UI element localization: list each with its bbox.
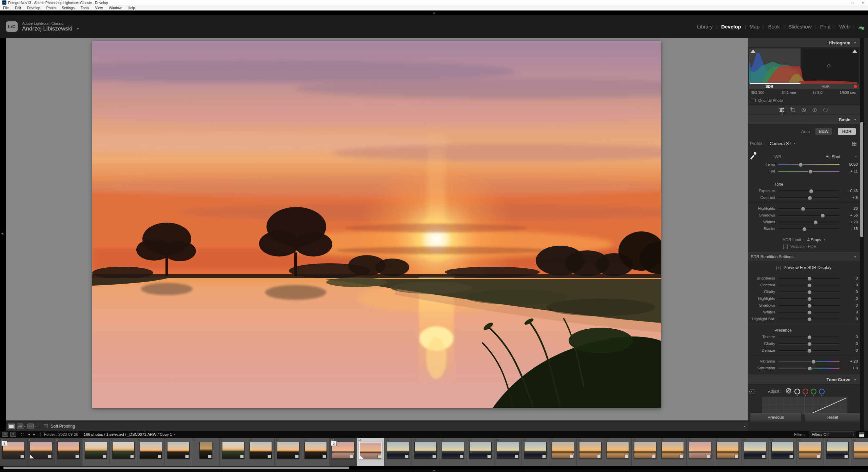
photo-thumbnail[interactable]	[57, 442, 80, 459]
photo-thumbnail[interactable]	[250, 442, 272, 459]
contrast-slider[interactable]	[778, 285, 840, 286]
filmstrip-cell-31[interactable]: 31	[824, 438, 851, 466]
photo-thumbnail[interactable]	[414, 442, 437, 459]
hdr-clipping-dot[interactable]	[854, 85, 857, 88]
filmstrip-cell-2[interactable]: 2	[27, 438, 55, 466]
before-after-lr-button[interactable]: RR	[17, 424, 23, 429]
photo-thumbnail[interactable]	[222, 442, 244, 459]
photo-thumbnail[interactable]	[552, 442, 574, 459]
menu-help[interactable]: Help	[124, 6, 138, 10]
filmstrip-cell-9[interactable]: 9	[220, 438, 247, 466]
highlight-clipping-indicator[interactable]	[852, 49, 857, 53]
blacks-slider[interactable]	[778, 228, 840, 229]
filmstrip-cell-11[interactable]: 11	[275, 438, 302, 466]
channel-green-icon[interactable]	[811, 389, 816, 394]
folder-breadcrumb[interactable]: Folder : 2023-09-20	[44, 432, 78, 436]
preview-sdr-checkbox[interactable]: ✓	[776, 266, 781, 270]
filmstrip-cell-4[interactable]: 4	[82, 438, 110, 466]
whites-slider-thumb[interactable]	[813, 220, 818, 225]
photo-thumbnail[interactable]	[442, 442, 464, 459]
tint-slider-thumb[interactable]	[808, 169, 813, 174]
saturation-slider-thumb[interactable]	[808, 366, 812, 371]
filmstrip-cell-10[interactable]: 10	[247, 438, 275, 466]
tone-curve-panel-header[interactable]: Tone Curve ▼	[748, 375, 860, 384]
second-window-button[interactable]: 2	[10, 432, 16, 437]
brightness-slider[interactable]	[778, 278, 840, 279]
sdr-settings-header[interactable]: SDR Rendition Settings ▼	[748, 252, 860, 261]
dehaze-slider-thumb[interactable]	[807, 349, 812, 353]
profile-browser-icon[interactable]	[852, 142, 856, 146]
selection-info-dropdown-icon[interactable]: ▾	[174, 433, 175, 436]
filmstrip-cell-22[interactable]: 22	[577, 438, 604, 466]
filmstrip-cell-3[interactable]: 3	[55, 438, 82, 466]
filmstrip-cell-12[interactable]: 12	[302, 438, 330, 466]
highlights-slider-thumb[interactable]	[807, 297, 812, 301]
edit-badge-icon[interactable]	[405, 455, 409, 458]
edit-badge-icon[interactable]	[515, 455, 518, 458]
module-library[interactable]: Library	[693, 24, 716, 29]
red-eye-icon[interactable]	[812, 107, 817, 112]
menu-file[interactable]: File	[0, 6, 12, 10]
filmstrip-cell-23[interactable]: 23	[604, 438, 632, 466]
filmstrip-cell-7[interactable]: 7	[165, 438, 192, 466]
module-slideshow[interactable]: Slideshow	[785, 24, 815, 29]
filmstrip-cell-26[interactable]: 26	[687, 438, 714, 466]
collapse-left-arrow[interactable]: ◀	[1, 232, 3, 235]
shadows-slider-thumb[interactable]	[821, 213, 825, 218]
edit-badge-icon[interactable]	[844, 455, 848, 458]
basic-panel-header[interactable]: Basic ▼	[748, 115, 860, 124]
brightness-slider-thumb[interactable]	[807, 276, 812, 281]
filmstrip-cell-14[interactable]: 14	[357, 438, 384, 466]
healing-brush-icon[interactable]	[801, 107, 806, 112]
photo-thumbnail[interactable]	[524, 442, 547, 459]
filmstrip-cell-24[interactable]: 24	[632, 438, 659, 466]
whites-slider[interactable]	[778, 312, 840, 313]
crop-overlay-icon[interactable]	[790, 107, 795, 112]
photo-thumbnail[interactable]	[689, 442, 711, 459]
menu-edit[interactable]: Edit	[12, 6, 24, 10]
edit-badge-icon[interactable]	[570, 455, 573, 458]
clarity-slider-thumb[interactable]	[807, 290, 812, 294]
previous-button[interactable]: Previous	[750, 413, 802, 422]
photo-thumbnail[interactable]: 3	[2, 442, 25, 459]
grid-view-icon[interactable]: ∷	[21, 432, 24, 437]
module-print[interactable]: Print	[816, 24, 834, 29]
edit-badge-icon[interactable]	[350, 455, 354, 458]
filmstrip-scrollbar-thumb[interactable]	[3, 467, 349, 469]
photo-thumbnail[interactable]	[359, 442, 382, 459]
edit-badge-icon[interactable]	[103, 455, 106, 458]
vibrance-slider-thumb[interactable]	[811, 360, 816, 364]
clarity-slider-thumb[interactable]	[807, 342, 812, 346]
filmstrip-cell-18[interactable]: 18	[467, 438, 494, 466]
menu-photo[interactable]: Photo	[43, 6, 59, 10]
channel-red-icon[interactable]	[803, 389, 808, 394]
bw-button[interactable]: B&W	[815, 128, 832, 135]
exposure-slider-thumb[interactable]	[809, 189, 813, 193]
loupe-view-button[interactable]	[8, 424, 15, 429]
identity-plate[interactable]: LrC Adobe Lightroom Classic Andrzej Libi…	[6, 21, 79, 32]
masking-icon[interactable]	[823, 107, 828, 112]
edit-badge-icon[interactable]	[377, 455, 381, 458]
texture-slider-thumb[interactable]	[807, 335, 812, 340]
photo-thumbnail[interactable]: 2	[332, 442, 354, 459]
highlights-slider[interactable]	[778, 208, 840, 209]
shadow-clipping-indicator[interactable]	[751, 49, 755, 53]
photo-thumbnail[interactable]	[167, 442, 190, 459]
filter-toggle-switch[interactable]	[859, 432, 865, 437]
photo-thumbnail[interactable]	[140, 442, 162, 459]
photo-thumbnail[interactable]	[634, 442, 656, 459]
dehaze-slider[interactable]	[778, 350, 840, 351]
shadows-slider-thumb[interactable]	[807, 304, 812, 308]
photo-thumbnail[interactable]	[716, 442, 739, 459]
filmstrip-cell-19[interactable]: 19	[494, 438, 522, 466]
profile-dropdown-icon[interactable]: ▾	[794, 142, 795, 145]
edit-badge-icon[interactable]	[75, 455, 79, 458]
filmstrip-cell-13[interactable]: 132	[330, 438, 357, 466]
filmstrip-cell-8[interactable]: 8	[192, 438, 220, 466]
photo-thumbnail[interactable]	[497, 442, 519, 459]
main-photo[interactable]	[92, 41, 661, 408]
texture-slider[interactable]	[778, 336, 840, 337]
photo-thumbnail[interactable]	[199, 442, 212, 459]
filter-dropdown[interactable]: Filters Off ▲▼	[809, 431, 856, 437]
shadows-slider[interactable]	[778, 215, 840, 216]
